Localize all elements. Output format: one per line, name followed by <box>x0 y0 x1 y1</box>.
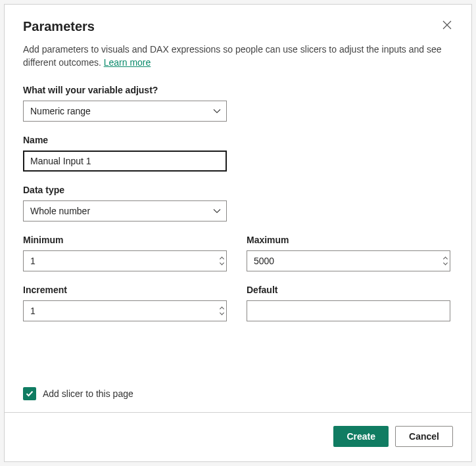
default-input[interactable] <box>247 300 450 321</box>
data-type-label: Data type <box>23 185 227 195</box>
increment-value: 1 <box>30 306 36 316</box>
name-input[interactable] <box>23 151 227 172</box>
chevron-down-icon <box>213 208 221 214</box>
chevron-down-icon <box>220 311 224 315</box>
data-type-select[interactable]: Whole number <box>23 200 227 221</box>
spinner-controls[interactable] <box>444 258 447 265</box>
variable-adjust-label: What will your variable adjust? <box>23 85 227 95</box>
close-icon <box>442 20 452 30</box>
spinner-controls[interactable] <box>220 258 224 265</box>
data-type-value: Whole number <box>30 206 90 216</box>
cancel-button[interactable]: Cancel <box>395 426 453 447</box>
footer-divider <box>5 412 471 413</box>
chevron-down-icon <box>443 261 448 266</box>
description-text: Add parameters to visuals and DAX expres… <box>23 44 442 68</box>
dialog-footer: Create Cancel <box>23 426 453 447</box>
dialog-title: Parameters <box>23 19 95 34</box>
minimum-label: Minimum <box>23 235 227 245</box>
variable-adjust-value: Numeric range <box>30 106 91 116</box>
add-slicer-label: Add slicer to this page <box>43 388 133 399</box>
close-button[interactable] <box>441 19 453 34</box>
maximum-label: Maximum <box>247 235 450 245</box>
parameters-dialog: Parameters Add parameters to visuals and… <box>4 4 472 462</box>
spinner-controls[interactable] <box>220 308 224 315</box>
dialog-description: Add parameters to visuals and DAX expres… <box>23 43 453 69</box>
chevron-down-icon <box>220 261 224 266</box>
default-label: Default <box>247 285 450 295</box>
minimum-input[interactable]: 1 <box>23 250 227 271</box>
increment-input[interactable]: 1 <box>23 300 227 321</box>
check-icon <box>25 389 34 398</box>
learn-more-link[interactable]: Learn more <box>104 57 151 68</box>
maximum-value: 5000 <box>254 256 274 266</box>
increment-label: Increment <box>23 285 227 295</box>
maximum-input[interactable]: 5000 <box>247 250 450 271</box>
add-slicer-row: Add slicer to this page <box>23 387 453 400</box>
chevron-down-icon <box>213 108 221 114</box>
minimum-value: 1 <box>30 256 36 266</box>
name-label: Name <box>23 135 227 145</box>
add-slicer-checkbox[interactable] <box>23 387 36 400</box>
create-button[interactable]: Create <box>333 426 389 447</box>
dialog-header: Parameters <box>23 19 453 34</box>
variable-adjust-select[interactable]: Numeric range <box>23 101 227 122</box>
